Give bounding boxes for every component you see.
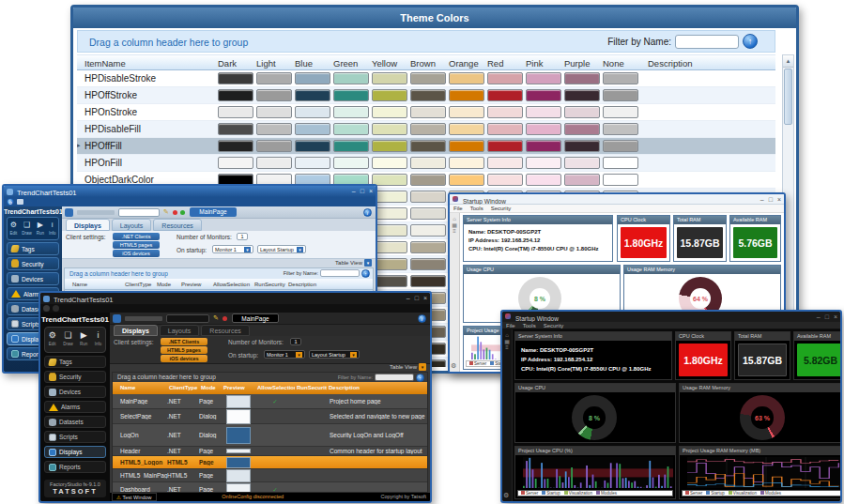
scroll-thumb[interactable] (784, 69, 792, 125)
sidebar-item-datasets[interactable]: Datasets (44, 416, 106, 428)
table-row-html5_logon[interactable]: HTML5_LogonHTML5Page (113, 456, 427, 469)
grid-column-mode[interactable]: Mode (199, 382, 222, 394)
startup-layout-select[interactable]: Layout Startup ▾ (257, 245, 306, 253)
tab-displays[interactable]: Displays (66, 219, 110, 231)
run-icon[interactable] (180, 210, 185, 215)
column-header-dark[interactable]: Dark (218, 58, 237, 69)
grid-column-runsecurity[interactable]: RunSecurity (295, 382, 327, 394)
grid-column-allowselection[interactable]: AllowSelection (211, 279, 253, 289)
play-icon[interactable]: ▶Run (37, 221, 44, 237)
grid-column-clienttype[interactable]: ClientType (167, 382, 199, 394)
edit-pencil-icon[interactable]: ✎ (213, 314, 219, 322)
table-view-dropdown-icon[interactable]: ▾ (419, 363, 426, 371)
startup-layout-select[interactable]: Layout Startup ▾ (309, 350, 360, 359)
sidebar-item-security[interactable]: Security (7, 257, 59, 270)
column-header-none[interactable]: None (603, 58, 624, 69)
client-button-ios-devices[interactable]: iOS devices (113, 250, 160, 257)
list-icon[interactable]: ≡ (450, 228, 459, 234)
column-header-blue[interactable]: Blue (295, 58, 313, 69)
quick-access-toolbar[interactable]: ⚙ (4, 197, 376, 206)
menu-security[interactable]: Security (491, 205, 512, 212)
table-row[interactable]: HPDisableStroke (77, 70, 775, 87)
toolbar-app-icon[interactable] (65, 208, 73, 217)
client-button-html5-pages[interactable]: HTML5 pages (161, 346, 207, 354)
sidebar-item-devices[interactable]: Devices (44, 386, 106, 398)
column-header-pink[interactable]: Pink (526, 58, 543, 69)
toolbar-app-icon[interactable] (113, 314, 121, 323)
column-header-yellow[interactable]: Yellow (372, 58, 397, 69)
scroll-up-icon[interactable]: ▲ (783, 55, 793, 68)
maximize-button[interactable]: □ (361, 187, 364, 195)
column-header-itemname[interactable]: ItemName (84, 58, 126, 69)
sidebar-item-security[interactable]: Security (44, 371, 106, 383)
column-header-light[interactable]: Light (256, 58, 276, 69)
group-by-bar[interactable]: Drag a column header here to group Filte… (77, 30, 775, 53)
gear-icon[interactable]: ⚙Edit (49, 330, 56, 349)
table-row-html5_mainpage[interactable]: HTML5_MainPageHTML5Page (113, 469, 427, 482)
save-icon[interactable] (53, 305, 59, 312)
sidebar-item-alarms[interactable]: Alarms (44, 401, 106, 413)
quick-access-toolbar[interactable] (40, 304, 430, 313)
table-row-header[interactable]: Header.NETPageCommon header for startup … (113, 447, 427, 456)
table-row[interactable]: HPOffStroke (77, 87, 775, 104)
play-icon[interactable]: ▶Run (80, 330, 87, 349)
grid-column-description[interactable]: Description (286, 279, 373, 289)
lt-grid-groupbar[interactable]: Drag a column header here to group Filte… (65, 268, 373, 279)
menu-security[interactable]: Security (544, 322, 564, 328)
info-icon[interactable]: iInfo (49, 221, 56, 237)
close-button[interactable]: × (834, 313, 837, 321)
minimize-button[interactable]: – (352, 187, 356, 195)
dt-grid-filter-input[interactable] (375, 374, 414, 381)
theme-window-titlebar[interactable]: Theme Colors (73, 8, 796, 28)
client-button--net-clients[interactable]: .NET Clients (113, 233, 160, 240)
grid-icon[interactable]: ▦ (450, 221, 459, 228)
edit-pencil-icon[interactable]: ✎ (163, 208, 169, 216)
column-header-brown[interactable]: Brown (410, 58, 436, 69)
startup-monitor-select[interactable]: Monitor 1 ▾ (212, 245, 253, 253)
sidebar-item-devices[interactable]: Devices (7, 272, 59, 285)
sidebar-item-scripts[interactable]: Scripts (44, 431, 106, 443)
table-view-label[interactable]: Table View (335, 260, 362, 266)
lt-grid-headers[interactable]: NameClientTypeModePreviewAllowSelectionR… (65, 279, 373, 290)
table-row[interactable]: HPDisableFill (77, 121, 775, 138)
tab-layouts[interactable]: Layouts (112, 219, 152, 231)
app-menu-icon[interactable]: ⚙ (7, 198, 14, 206)
current-page-pill[interactable]: MainPage (232, 313, 279, 323)
startup-monitor-select[interactable]: Monitor 1 ▾ (264, 350, 305, 359)
tab-resources[interactable]: Resources (153, 219, 201, 231)
home-icon[interactable]: ⌂ (450, 213, 459, 221)
toolbar-search-input[interactable] (118, 208, 160, 217)
lm-titlebar[interactable]: Startup Window – □ × (450, 194, 784, 205)
grid-column-preview[interactable]: Preview (222, 382, 255, 394)
close-button[interactable]: × (423, 294, 427, 302)
grid-icon[interactable]: ▦ (502, 338, 512, 344)
dt-titlebar[interactable]: TrendChartTests01 – □ × (40, 293, 430, 304)
save-icon[interactable] (17, 199, 23, 205)
client-button-ios-devices[interactable]: iOS devices (161, 355, 207, 362)
menu-tools[interactable]: Tools (523, 322, 536, 328)
menu-file[interactable]: File (453, 205, 463, 212)
tab-resources[interactable]: Resources (201, 325, 249, 336)
gear-icon[interactable]: ⚙Edit (9, 221, 17, 237)
list-icon[interactable]: ≡ (502, 344, 512, 350)
column-header-description[interactable]: Description (648, 58, 693, 69)
lt-toolbar[interactable]: ✎ MainPage i (62, 206, 376, 219)
sidebar-item-tags[interactable]: Tags (7, 242, 59, 255)
tab-layouts[interactable]: Layouts (160, 325, 200, 336)
table-view-label[interactable]: Table View (390, 364, 417, 370)
sidebar-item-tags[interactable]: Tags (44, 356, 106, 368)
table-view-dropdown-icon[interactable]: ▾ (364, 259, 372, 267)
grid-column-clienttype[interactable]: ClientType (123, 279, 155, 289)
client-button--net-clients[interactable]: .NET Clients (161, 338, 207, 345)
grid-column-headers[interactable]: ItemNameDarkLightBlueGreenYellowBrownOra… (77, 54, 775, 70)
dt-grid-filter-go-icon[interactable]: ↑ (416, 374, 424, 382)
tab-displays[interactable]: Displays (114, 325, 158, 336)
grid-column-runsecurity[interactable]: RunSecurity (253, 279, 286, 289)
dt-toolbar[interactable]: ✎ MainPage i (110, 313, 430, 325)
filter-go-icon[interactable]: ↑ (743, 34, 758, 49)
client-button-html5-pages[interactable]: HTML5 pages (113, 241, 160, 249)
sidebar-item-displays[interactable]: Displays (44, 446, 106, 458)
table-row-mainpage[interactable]: MainPage.NETPage✓Project home page (113, 394, 427, 409)
menu-tools[interactable]: Tools (470, 205, 483, 212)
record-icon[interactable] (223, 316, 227, 321)
